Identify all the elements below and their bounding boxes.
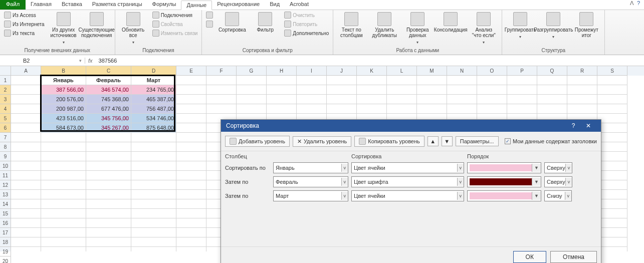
cell-F3[interactable] xyxy=(206,95,237,104)
cell-D3[interactable]: 465 387,00 xyxy=(131,95,176,104)
sort-color-select[interactable]: ▼ xyxy=(467,190,541,201)
dialog-help-icon[interactable]: ? xyxy=(566,122,581,129)
cell-D13[interactable] xyxy=(131,190,176,199)
cell-G4[interactable] xyxy=(237,104,267,114)
tab-insert[interactable]: Вставка xyxy=(57,0,87,10)
column-header-N[interactable]: N xyxy=(447,66,477,76)
row-header-9[interactable]: 9 xyxy=(0,152,11,161)
cell-A6[interactable] xyxy=(11,123,41,133)
cell-A7[interactable] xyxy=(11,133,41,142)
cell-S4[interactable] xyxy=(597,104,627,114)
group-button[interactable]: Группировать xyxy=(505,11,535,40)
cell-B11[interactable] xyxy=(41,171,86,180)
column-header-B[interactable]: B xyxy=(41,66,86,76)
cell-D9[interactable] xyxy=(131,152,176,161)
cell-C12[interactable] xyxy=(86,180,131,190)
cell-E2[interactable] xyxy=(176,85,206,95)
cell-Q2[interactable] xyxy=(537,85,567,95)
sort-position-select[interactable]: Сверхуv xyxy=(544,176,572,187)
column-header-O[interactable]: O xyxy=(477,66,507,76)
cell-D10[interactable] xyxy=(131,161,176,171)
row-header-14[interactable]: 14 xyxy=(0,199,11,209)
cell-D5[interactable]: 534 746,00 xyxy=(131,114,176,123)
cell-S1[interactable] xyxy=(597,76,627,85)
cell-S19[interactable] xyxy=(597,247,627,251)
column-header-D[interactable]: D xyxy=(131,66,176,76)
column-header-A[interactable]: A xyxy=(11,66,41,76)
params-button[interactable]: Параметры... xyxy=(456,136,499,146)
sort-button[interactable]: Сортировка xyxy=(217,11,247,34)
row-header-3[interactable]: 3 xyxy=(0,95,11,104)
cell-Q3[interactable] xyxy=(537,95,567,104)
cell-A12[interactable] xyxy=(11,180,41,190)
subtotal-button[interactable]: Промежут итог xyxy=(571,11,601,39)
sort-position-select[interactable]: Сверхуv xyxy=(544,162,572,173)
cell-E7[interactable] xyxy=(176,133,206,142)
cell-D14[interactable] xyxy=(131,199,176,209)
cell-B8[interactable] xyxy=(41,142,86,152)
cell-A2[interactable] xyxy=(11,85,41,95)
cell-C5[interactable]: 345 756,00 xyxy=(86,114,131,123)
cell-A17[interactable] xyxy=(11,228,41,237)
cell-E1[interactable] xyxy=(176,76,206,85)
cell-D4[interactable]: 756 487,00 xyxy=(131,104,176,114)
row-header-5[interactable]: 5 xyxy=(0,114,11,123)
cell-J4[interactable] xyxy=(327,104,357,114)
cell-B5[interactable]: 423 516,00 xyxy=(41,114,86,123)
cell-E10[interactable] xyxy=(176,161,206,171)
cell-E4[interactable] xyxy=(176,104,206,114)
cell-D8[interactable] xyxy=(131,142,176,152)
sort-column-select[interactable]: Январьv xyxy=(273,162,348,173)
cell-B17[interactable] xyxy=(41,228,86,237)
column-header-F[interactable]: F xyxy=(206,66,237,76)
cell-N1[interactable] xyxy=(447,76,477,85)
cell-C2[interactable]: 346 574,00 xyxy=(86,85,131,95)
cell-E9[interactable] xyxy=(176,152,206,161)
column-header-R[interactable]: R xyxy=(567,66,597,76)
sort-on-select[interactable]: Цвет ячейкиv xyxy=(351,190,464,201)
cell-E19[interactable] xyxy=(176,247,206,251)
cell-Q1[interactable] xyxy=(537,76,567,85)
row-header-8[interactable]: 8 xyxy=(0,142,11,152)
cell-S8[interactable] xyxy=(597,142,627,152)
cell-S16[interactable] xyxy=(597,218,627,228)
cell-N3[interactable] xyxy=(447,95,477,104)
cell-A15[interactable] xyxy=(11,209,41,218)
cell-A10[interactable] xyxy=(11,161,41,171)
cell-E8[interactable] xyxy=(176,142,206,152)
cell-K1[interactable] xyxy=(357,76,387,85)
cell-D7[interactable] xyxy=(131,133,176,142)
cell-B2[interactable]: 387 566,00 xyxy=(41,85,86,95)
tab-formulas[interactable]: Формулы xyxy=(147,0,181,10)
sort-color-select[interactable]: ▼ xyxy=(467,162,541,173)
cell-B9[interactable] xyxy=(41,152,86,161)
cell-D1[interactable]: Март xyxy=(131,76,176,85)
cell-L1[interactable] xyxy=(387,76,417,85)
cell-S11[interactable] xyxy=(597,171,627,180)
cell-G3[interactable] xyxy=(237,95,267,104)
from-other-button[interactable]: Из других источников xyxy=(49,11,79,46)
sort-column-select[interactable]: Мартv xyxy=(273,190,348,201)
cell-B15[interactable] xyxy=(41,209,86,218)
cell-S15[interactable] xyxy=(597,209,627,218)
cancel-button[interactable]: Отмена xyxy=(550,251,597,263)
sort-column-select[interactable]: Февральv xyxy=(273,176,348,187)
row-header-4[interactable]: 4 xyxy=(0,104,11,114)
cell-A3[interactable] xyxy=(11,95,41,104)
row-header-20[interactable]: 20 xyxy=(0,256,11,263)
cell-O1[interactable] xyxy=(477,76,507,85)
cell-Q4[interactable] xyxy=(537,104,567,114)
row-header-1[interactable]: 1 xyxy=(0,76,11,85)
cell-S7[interactable] xyxy=(597,133,627,142)
delete-level-button[interactable]: ✕Удалить уровень xyxy=(293,136,351,147)
column-header-H[interactable]: H xyxy=(267,66,297,76)
cell-N2[interactable] xyxy=(447,85,477,95)
advanced-filter-button[interactable]: Дополнительно xyxy=(283,29,330,37)
row-header-19[interactable]: 19 xyxy=(0,247,11,256)
cell-C9[interactable] xyxy=(86,152,131,161)
cell-B12[interactable] xyxy=(41,180,86,190)
cell-E16[interactable] xyxy=(176,218,206,228)
column-header-S[interactable]: S xyxy=(597,66,627,76)
cell-B1[interactable]: Январь xyxy=(41,76,86,85)
cell-C1[interactable]: Февраль xyxy=(86,76,131,85)
